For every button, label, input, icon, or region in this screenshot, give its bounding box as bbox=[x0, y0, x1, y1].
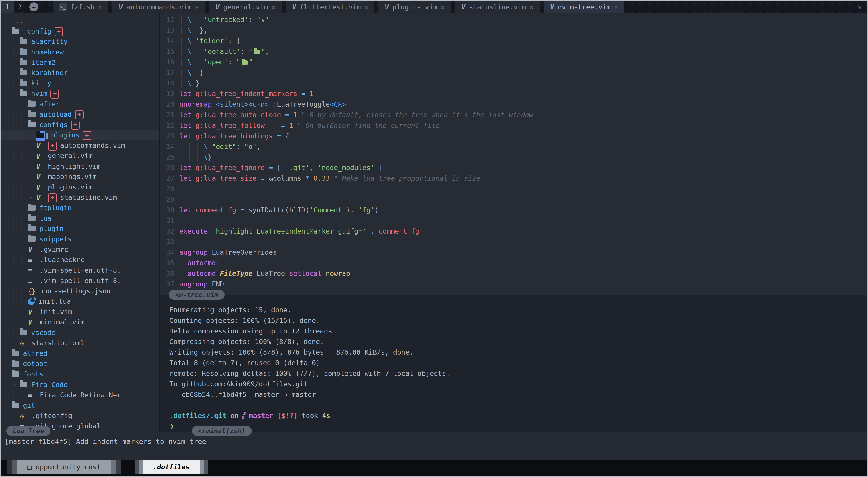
code-line-12[interactable]: 12│ \ 'untracked': "★" bbox=[160, 14, 867, 25]
code-line-30[interactable]: 30let comment_fg = synIDattr(hlID('Comme… bbox=[160, 205, 867, 215]
tmux-active-window-label[interactable]: .dotfiles bbox=[143, 460, 199, 474]
tree-item-fonts[interactable]: fonts bbox=[1, 369, 159, 379]
statusline-pill-editor[interactable]: <m-tree.vim bbox=[169, 290, 224, 300]
tree-item-starship.toml[interactable]: └ ⚙starship.toml bbox=[1, 338, 159, 348]
tree-item-git[interactable]: git bbox=[1, 400, 159, 411]
statusline-pill-luatree[interactable]: Lua Tree bbox=[6, 426, 51, 436]
tab-general.vim[interactable]: Vgeneral.vim× bbox=[209, 1, 282, 13]
tree-item-dotbot[interactable]: dotbot bbox=[1, 359, 159, 369]
tree-item-highlight.vim[interactable]: │ │ │ Vhighlight.vim bbox=[1, 161, 159, 172]
tree-item-alfred[interactable]: alfred bbox=[1, 348, 159, 359]
tree-item-plugins.vim[interactable]: │ │ │ Vplugins.vim bbox=[1, 182, 159, 192]
code-line-37[interactable]: 37augroup END bbox=[160, 279, 867, 289]
tree-item-init.vim[interactable]: │ │ Vinit.vim bbox=[1, 307, 159, 317]
tab-autocommands.vim[interactable]: Vautocommands.vim× bbox=[113, 1, 205, 13]
tab-fluttertest.vim[interactable]: Vfluttertest.vim× bbox=[286, 1, 374, 13]
line-number: 27 bbox=[160, 173, 174, 183]
tree-item-..[interactable]: .. bbox=[1, 16, 159, 26]
tab-statusline.vim[interactable]: Vstatusline.vim× bbox=[455, 1, 539, 13]
tree-item-iterm2[interactable]: │ iterm2 bbox=[1, 57, 159, 68]
tree-item-after[interactable]: │ │ after bbox=[1, 99, 159, 109]
code-line-24[interactable]: 24 │ │ \ "edit": "o", bbox=[160, 141, 867, 152]
code-line-20[interactable]: 20nnoremap <silent><c-n> :LuaTreeToggle<… bbox=[160, 99, 867, 110]
code-line-26[interactable]: 26let g:lua_tree_ignore = [ '.git', 'nod… bbox=[160, 163, 867, 173]
tree-item-kitty[interactable]: │ kitty bbox=[1, 78, 159, 89]
code-line-32[interactable]: 32execute 'highlight LuaTreeIndentMarker… bbox=[160, 226, 867, 236]
tab-close-icon[interactable]: × bbox=[441, 4, 444, 10]
code-line-17[interactable]: 17│ \ } bbox=[160, 67, 867, 78]
code-line-34[interactable]: 34augroup LuaTreeOverrides bbox=[160, 247, 867, 258]
code-line-29[interactable]: 29 bbox=[160, 194, 867, 205]
code-line-31[interactable]: 31 bbox=[160, 215, 867, 226]
vim-file-icon: V bbox=[28, 245, 36, 255]
tab-close-icon[interactable]: × bbox=[364, 4, 368, 10]
tree-item-autoload[interactable]: │ │ autoload+ bbox=[1, 109, 159, 120]
tmux-window-label[interactable]: □ opportunity_cost bbox=[17, 460, 112, 474]
line-number: 28 bbox=[160, 183, 174, 194]
tree-item-karabiner[interactable]: │ karabiner bbox=[1, 68, 159, 78]
tree-item-.gvimrc[interactable]: │ │ V.gvimrc bbox=[1, 244, 159, 255]
code-line-23[interactable]: 23let g:lua_tree_bindings = { bbox=[160, 131, 867, 141]
tree-item-mappings.vim[interactable]: │ │ │ Vmappings.vim bbox=[1, 172, 159, 182]
code-line-35[interactable]: 35 autocmd! bbox=[160, 258, 867, 268]
back-arrow-icon[interactable]: ← bbox=[29, 2, 38, 11]
terminal-line: Compressing objects: 100% (8/8), done. bbox=[165, 336, 867, 347]
code-line-36[interactable]: 36 autocmd FileType LuaTree setlocal now… bbox=[160, 268, 867, 279]
tree-item-homebrew[interactable]: │ homebrew bbox=[1, 47, 159, 57]
tree-item-.vim-spell-en.utf-8.[interactable]: │ │ ≡.vim-spell-en.utf-8. bbox=[1, 265, 159, 276]
tree-item-.luacheckrc[interactable]: │ │ ≡.luacheckrc bbox=[1, 255, 159, 265]
code-line-27[interactable]: 27let g:lua_tree_size = &columns * 0.33 … bbox=[160, 173, 867, 183]
code-line-21[interactable]: 21let g:lua_tree_auto_close = 1 " 0 by d… bbox=[160, 110, 867, 120]
tabpage-1[interactable]: 1 bbox=[1, 1, 13, 13]
folder-icon bbox=[12, 351, 19, 356]
close-all-icon[interactable]: ✕ bbox=[858, 3, 862, 11]
folder-icon bbox=[28, 236, 36, 242]
tabline: 1 2 ← >_fzf.sh×Vautocommands.vim×Vgenera… bbox=[1, 1, 867, 13]
tabpage-2[interactable]: 2 bbox=[13, 1, 26, 13]
tab-close-icon[interactable]: × bbox=[529, 4, 533, 10]
tree-item-coc-settings.json[interactable]: │ │ {}coc-settings.json bbox=[1, 286, 159, 296]
tree-item-ftplugin[interactable]: │ │ ftplugin bbox=[1, 203, 159, 213]
tree-item-general.vim[interactable]: │ │ │ Vgeneral.vim bbox=[1, 151, 159, 161]
tmux-window-opportunity-cost[interactable]: □ opportunity_cost bbox=[7, 460, 121, 474]
code-line-13[interactable]: 13│ \ }, bbox=[160, 25, 867, 36]
statusline-pill-terminal[interactable]: <rminal(zsh) bbox=[192, 426, 252, 436]
tree-item-.gitconfig[interactable]: │ ⚙.gitconfig bbox=[1, 411, 159, 421]
code-line-33[interactable]: 33 bbox=[160, 236, 867, 247]
tree-item-.config[interactable]: .config+ bbox=[1, 26, 159, 36]
code-line-19[interactable]: 19let g:lua_tree_indent_markers = 1 bbox=[160, 89, 867, 99]
tab-nvim-tree.vim[interactable]: Vnvim-tree.vim× bbox=[544, 1, 624, 13]
tab-plugins.vim[interactable]: Vplugins.vim× bbox=[378, 1, 451, 13]
tree-item-alacritty[interactable]: │ alacritty bbox=[1, 36, 159, 47]
tmux-window-dotfiles[interactable]: .dotfiles bbox=[135, 460, 208, 474]
tree-item-nvim[interactable]: │ nvim+ bbox=[1, 89, 159, 99]
tree-item-FiraCode[interactable]: └ Fira Code bbox=[1, 380, 159, 390]
code-line-22[interactable]: 22let g:lua_tree_follow = 1 " On bufEnte… bbox=[160, 120, 867, 131]
tab-label: fzf.sh bbox=[70, 3, 95, 11]
tree-item-snippets[interactable]: │ │ snippets bbox=[1, 234, 159, 244]
git-commit-message: [master f1bd4f5] Add indent markers to n… bbox=[1, 432, 867, 445]
code-line-16[interactable]: 16│ \ 'open': "" bbox=[160, 57, 867, 67]
tree-item-init.lua[interactable]: │ │ init.lua bbox=[1, 296, 159, 307]
tree-item-FiraCodeRetinaNer[interactable]: │ └ ≡Fira Code Retina Ner bbox=[1, 390, 159, 400]
tab-close-icon[interactable]: × bbox=[98, 4, 102, 10]
tree-item-statusline.vim[interactable]: │ │ └ V+statusline.vim bbox=[1, 192, 159, 203]
code-line-25[interactable]: 25 │ │ \} bbox=[160, 152, 867, 163]
tree-item-lua[interactable]: │ │ lua bbox=[1, 213, 159, 224]
tab-close-icon[interactable]: × bbox=[272, 4, 275, 10]
tree-item-plugin[interactable]: │ │ plugin bbox=[1, 224, 159, 234]
code-line-14[interactable]: 14│ \ 'folder': { bbox=[160, 36, 867, 46]
tab-close-icon[interactable]: × bbox=[614, 4, 618, 10]
tree-item-vscode[interactable]: │ vscode bbox=[1, 328, 159, 338]
code-line-28[interactable]: 28 bbox=[160, 183, 867, 194]
tree-item-autocommands.vim[interactable]: │ │ │ V+autocommands.vim bbox=[1, 140, 159, 151]
tree-item-minimal.vim[interactable]: │ └ Vminimal.vim bbox=[1, 317, 159, 328]
code-line-18[interactable]: 18│ \ } bbox=[160, 78, 867, 89]
tab-fzf.sh[interactable]: >_fzf.sh× bbox=[53, 1, 108, 13]
tab-close-icon[interactable]: × bbox=[195, 4, 199, 10]
tree-item-configs[interactable]: │ │ configs+ bbox=[1, 120, 159, 130]
folder-icon bbox=[28, 215, 36, 221]
tree-item-.vim-spell-en.utf-8.[interactable]: │ │ ≡.vim-spell-en.utf-8. bbox=[1, 276, 159, 286]
code-line-15[interactable]: 15│ \ 'default': "", bbox=[160, 46, 867, 57]
tree-item-plugins[interactable]: │ │ │ plugins+ bbox=[1, 130, 159, 140]
